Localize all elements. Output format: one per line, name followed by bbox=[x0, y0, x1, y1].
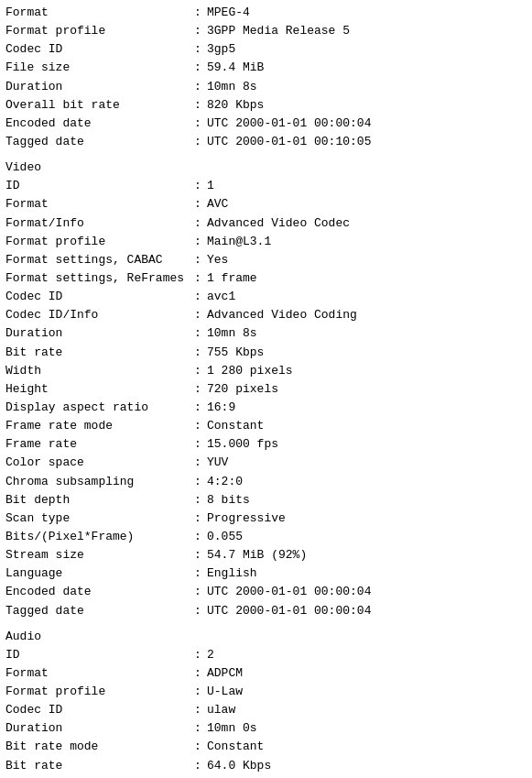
row-value: Advanced Video Codec bbox=[207, 214, 527, 233]
table-row: Codec ID:avc1 bbox=[5, 288, 527, 306]
row-value: 820 Kbps bbox=[207, 96, 527, 115]
row-separator: : bbox=[189, 719, 207, 738]
row-separator: : bbox=[189, 78, 207, 96]
row-label: Height bbox=[5, 380, 189, 399]
video-section-title: Video bbox=[5, 159, 527, 177]
row-separator: : bbox=[189, 214, 207, 233]
row-value: Yes bbox=[207, 251, 527, 269]
row-value: MPEG-4 bbox=[207, 4, 527, 22]
row-label: Bit rate bbox=[5, 757, 189, 775]
row-value: UTC 2000-01-01 00:00:04 bbox=[207, 583, 527, 601]
row-value: 720 pixels bbox=[207, 380, 527, 399]
row-value: Main@L3.1 bbox=[207, 233, 527, 251]
row-separator: : bbox=[189, 22, 207, 40]
table-row: Bits/(Pixel*Frame):0.055 bbox=[5, 528, 527, 546]
row-label: ID bbox=[5, 177, 189, 195]
table-row: Scan type:Progressive bbox=[5, 510, 527, 528]
row-separator: : bbox=[189, 59, 207, 77]
table-row: Width:1 280 pixels bbox=[5, 362, 527, 380]
row-label: Format/Info bbox=[5, 214, 189, 233]
row-value: YUV bbox=[207, 454, 527, 472]
table-row: Tagged date:UTC 2000-01-01 00:00:04 bbox=[5, 602, 527, 620]
row-label: Format bbox=[5, 4, 189, 22]
table-row: Format/Info:Advanced Video Codec bbox=[5, 214, 527, 233]
row-value: 59.4 MiB bbox=[207, 59, 527, 77]
table-row: Duration:10mn 0s bbox=[5, 719, 527, 738]
row-separator: : bbox=[189, 195, 207, 214]
row-value: ADPCM bbox=[207, 664, 527, 683]
row-value: 0.055 bbox=[207, 528, 527, 546]
row-value: Progressive bbox=[207, 510, 527, 528]
table-row: Codec ID/Info:Advanced Video Coding bbox=[5, 306, 527, 324]
row-label: Bits/(Pixel*Frame) bbox=[5, 528, 189, 546]
row-separator: : bbox=[189, 564, 207, 583]
row-value: 54.7 MiB (92%) bbox=[207, 546, 527, 564]
row-value: 1 frame bbox=[207, 269, 527, 288]
row-separator: : bbox=[189, 701, 207, 719]
row-value: 64.0 Kbps bbox=[207, 757, 527, 775]
row-label: Scan type bbox=[5, 510, 189, 528]
row-value: 3gp5 bbox=[207, 40, 527, 59]
row-label: ID bbox=[5, 646, 189, 664]
row-label: Encoded date bbox=[5, 115, 189, 133]
row-value: UTC 2000-01-01 00:00:04 bbox=[207, 602, 527, 620]
table-row: Bit depth:8 bits bbox=[5, 491, 527, 510]
table-row: Duration:10mn 8s bbox=[5, 324, 527, 343]
table-row: Bit rate mode:Constant bbox=[5, 738, 527, 756]
row-value: Constant bbox=[207, 417, 527, 435]
table-row: Chroma subsampling:4:2:0 bbox=[5, 473, 527, 491]
row-separator: : bbox=[189, 306, 207, 324]
row-value: 10mn 8s bbox=[207, 324, 527, 343]
table-row: Duration:10mn 8s bbox=[5, 78, 527, 96]
table-row: Format:ADPCM bbox=[5, 664, 527, 683]
row-label: Frame rate bbox=[5, 435, 189, 454]
row-value: UTC 2000-01-01 00:10:05 bbox=[207, 133, 527, 151]
row-label: File size bbox=[5, 59, 189, 77]
table-row: Format profile:3GPP Media Release 5 bbox=[5, 22, 527, 40]
audio-section: Audio ID:2Format:ADPCMFormat profile:U-L… bbox=[5, 628, 527, 778]
row-separator: : bbox=[189, 133, 207, 151]
video-section: Video ID:1Format:AVCFormat/Info:Advanced… bbox=[5, 159, 527, 620]
row-value: 3GPP Media Release 5 bbox=[207, 22, 527, 40]
row-value: AVC bbox=[207, 195, 527, 214]
row-separator: : bbox=[189, 528, 207, 546]
table-row: Language:English bbox=[5, 564, 527, 583]
row-value: 8 bits bbox=[207, 491, 527, 510]
audio-section-title: Audio bbox=[5, 628, 527, 646]
row-value: 755 Kbps bbox=[207, 344, 527, 362]
table-row: Bit rate:755 Kbps bbox=[5, 344, 527, 362]
table-row: Height:720 pixels bbox=[5, 380, 527, 399]
table-row: ID:1 bbox=[5, 177, 527, 195]
table-row: Stream size:54.7 MiB (92%) bbox=[5, 546, 527, 564]
row-separator: : bbox=[189, 646, 207, 664]
row-separator: : bbox=[189, 288, 207, 306]
row-separator: : bbox=[189, 491, 207, 510]
row-separator: : bbox=[189, 269, 207, 288]
row-value: 15.000 fps bbox=[207, 435, 527, 454]
row-label: Duration bbox=[5, 324, 189, 343]
row-label: Format profile bbox=[5, 233, 189, 251]
row-value: 2 bbox=[207, 646, 527, 664]
row-separator: : bbox=[189, 583, 207, 601]
format-table: Format:MPEG-4Format profile:3GPP Media R… bbox=[5, 4, 527, 151]
row-value: 1 280 pixels bbox=[207, 362, 527, 380]
row-value: 16:9 bbox=[207, 399, 527, 417]
row-separator: : bbox=[189, 233, 207, 251]
row-separator: : bbox=[189, 510, 207, 528]
audio-table: ID:2Format:ADPCMFormat profile:U-LawCode… bbox=[5, 646, 527, 778]
row-separator: : bbox=[189, 40, 207, 59]
row-label: Format bbox=[5, 195, 189, 214]
row-value: 1 bbox=[207, 177, 527, 195]
row-label: Language bbox=[5, 564, 189, 583]
table-row: Codec ID:3gp5 bbox=[5, 40, 527, 59]
table-row: Format:AVC bbox=[5, 195, 527, 214]
table-row: Overall bit rate:820 Kbps bbox=[5, 96, 527, 115]
row-separator: : bbox=[189, 96, 207, 115]
row-separator: : bbox=[189, 738, 207, 756]
row-separator: : bbox=[189, 454, 207, 472]
row-label: Format settings, ReFrames bbox=[5, 269, 189, 288]
table-row: Encoded date:UTC 2000-01-01 00:00:04 bbox=[5, 583, 527, 601]
row-separator: : bbox=[189, 115, 207, 133]
table-row: Format profile:U-Law bbox=[5, 683, 527, 701]
row-separator: : bbox=[189, 602, 207, 620]
